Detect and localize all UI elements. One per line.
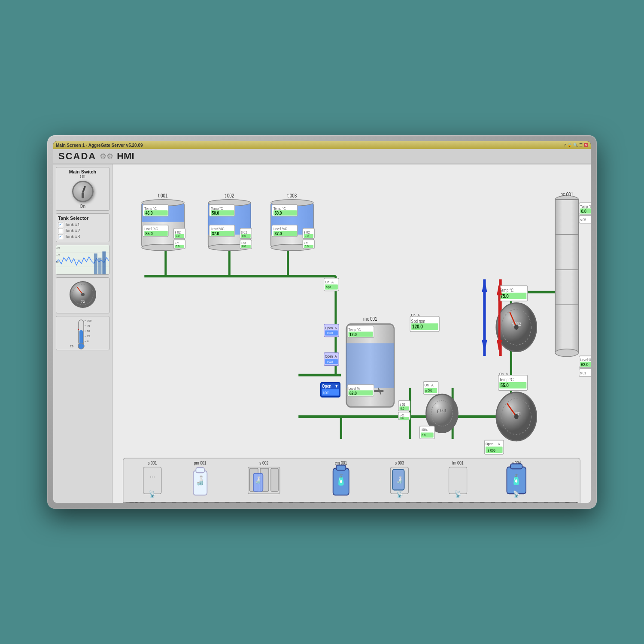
svg-text:0.0: 0.0 bbox=[242, 234, 246, 238]
svg-rect-4 bbox=[94, 253, 97, 274]
tank3-label: Tank #3 bbox=[65, 234, 80, 239]
svg-text:□□: □□ bbox=[150, 475, 154, 480]
svg-text:s 02: s 02 bbox=[304, 230, 310, 234]
svg-text:s 003: s 003 bbox=[395, 460, 404, 465]
svg-text:50: 50 bbox=[87, 330, 90, 332]
svg-text:Temp °C: Temp °C bbox=[273, 207, 286, 211]
svg-text:0.0: 0.0 bbox=[581, 209, 586, 214]
icon2[interactable]: 🔍 bbox=[573, 143, 578, 147]
close-button[interactable]: ✕ bbox=[584, 143, 588, 147]
left-sidebar: Main Switch Off On Tank Selector ✓ Tank … bbox=[53, 164, 112, 503]
svg-text:Temp °C: Temp °C bbox=[144, 207, 157, 211]
tank3-checkbox[interactable]: ✓ bbox=[58, 234, 63, 239]
hmi-label: HMI bbox=[117, 151, 134, 162]
svg-rect-232 bbox=[196, 468, 204, 473]
svg-text:A: A bbox=[431, 383, 434, 388]
svg-text:🍶: 🍶 bbox=[396, 476, 403, 484]
titlebar-icons: ? 🔒 🔍 ☰ ✕ bbox=[564, 143, 588, 147]
svg-text:Level %: Level % bbox=[580, 358, 591, 362]
svg-text:mx 001: mx 001 bbox=[363, 316, 377, 322]
svg-text:50.0: 50.0 bbox=[275, 211, 282, 216]
svg-text:p 001: p 001 bbox=[425, 389, 432, 393]
svg-text:A: A bbox=[506, 372, 508, 376]
sidebar-gauge: 72 bbox=[68, 279, 98, 310]
main-switch-section: Main Switch Off On bbox=[56, 167, 109, 211]
monitor-screen: Main Screen 1 - AggreGate Server v5.20.0… bbox=[53, 141, 591, 503]
svg-text:72: 72 bbox=[81, 300, 85, 304]
svg-text:📡: 📡 bbox=[396, 490, 403, 498]
tank2-option[interactable]: Tank #2 bbox=[58, 228, 107, 233]
svg-text:📡: 📡 bbox=[513, 490, 520, 498]
svg-text:0.0: 0.0 bbox=[176, 234, 179, 238]
svg-text:Open: Open bbox=[325, 326, 333, 330]
svg-text:Open: Open bbox=[325, 355, 333, 359]
svg-text:50.0: 50.0 bbox=[212, 211, 219, 216]
window-title: Main Screen 1 - AggreGate Server v5.20.0… bbox=[56, 143, 564, 148]
svg-text:t 001: t 001 bbox=[158, 193, 168, 198]
svg-text:Temp °C: Temp °C bbox=[349, 328, 361, 332]
switch-off-label: Off bbox=[58, 174, 107, 179]
svg-text:🍶: 🍶 bbox=[255, 476, 261, 484]
svg-text:t 002: t 002 bbox=[225, 193, 234, 198]
scada-header: SCADA ⚙⚙ HMI bbox=[53, 149, 591, 164]
svg-text:p 001: p 001 bbox=[437, 408, 447, 413]
svg-text:Temp °C: Temp °C bbox=[499, 288, 513, 293]
svg-text:s 05: s 05 bbox=[580, 218, 586, 222]
svg-text:🍶: 🍶 bbox=[195, 475, 205, 486]
svg-text:100: 100 bbox=[87, 319, 92, 322]
svg-point-198 bbox=[555, 349, 578, 357]
svg-text:pm 001: pm 001 bbox=[194, 460, 207, 465]
svg-text:Level %C: Level %C bbox=[211, 227, 225, 231]
svg-text:Spd rpm: Spd rpm bbox=[411, 319, 425, 324]
svg-text:0.0: 0.0 bbox=[305, 234, 309, 238]
process-area: t 001 Temp °C 46.0 Level %C 85.0 s 0 bbox=[112, 164, 591, 503]
svg-text:85.0: 85.0 bbox=[146, 231, 153, 236]
svg-text:0: 0 bbox=[87, 340, 89, 343]
svg-text:▼: ▼ bbox=[334, 384, 338, 389]
svg-rect-5 bbox=[98, 258, 102, 274]
svg-text:12.0: 12.0 bbox=[349, 332, 357, 337]
tank1-checkbox[interactable]: ✓ bbox=[58, 222, 63, 227]
switch-on-label: On bbox=[58, 204, 107, 209]
svg-text:37.0: 37.0 bbox=[212, 231, 219, 236]
svg-text:Level %C: Level %C bbox=[144, 227, 158, 231]
svg-text:s 02: s 02 bbox=[399, 402, 405, 407]
svg-text:A: A bbox=[334, 326, 337, 330]
svg-text:i 001: i 001 bbox=[323, 391, 330, 395]
svg-text:62.0: 62.0 bbox=[349, 391, 357, 396]
tank1-option[interactable]: ✓ Tank #1 bbox=[58, 222, 107, 227]
svg-text:t 003: t 003 bbox=[287, 193, 297, 198]
icon3[interactable]: ☰ bbox=[579, 143, 583, 147]
svg-point-13 bbox=[81, 293, 85, 296]
svg-text:On: On bbox=[499, 372, 504, 376]
svg-text:37.0: 37.0 bbox=[275, 231, 282, 236]
svg-text:0.0: 0.0 bbox=[401, 417, 404, 420]
svg-text:25: 25 bbox=[87, 335, 90, 337]
scada-content: SCADA ⚙⚙ HMI Main Switch Off On bbox=[53, 149, 591, 503]
svg-text:📡: 📡 bbox=[149, 490, 156, 498]
svg-text:29: 29 bbox=[70, 345, 73, 348]
help-icon[interactable]: ? bbox=[564, 143, 566, 147]
svg-text:On: On bbox=[325, 280, 329, 284]
svg-text:i 004: i 004 bbox=[421, 428, 428, 432]
svg-text:120: 120 bbox=[56, 254, 60, 256]
tank1-label: Tank #1 bbox=[65, 222, 80, 227]
svg-rect-243 bbox=[336, 465, 346, 470]
svg-rect-197 bbox=[555, 200, 578, 353]
svg-text:120.0: 120.0 bbox=[412, 324, 423, 329]
svg-text:Temp °C: Temp °C bbox=[580, 204, 591, 209]
svg-text:s 02: s 02 bbox=[241, 230, 247, 234]
svg-text:pc 001: pc 001 bbox=[560, 191, 573, 197]
svg-text:Open: Open bbox=[322, 384, 331, 389]
svg-rect-227 bbox=[143, 467, 161, 494]
tank2-checkbox[interactable] bbox=[58, 228, 63, 233]
main-switch-knob[interactable] bbox=[72, 181, 94, 202]
icon1[interactable]: 🔒 bbox=[567, 143, 572, 147]
svg-text:60: 60 bbox=[56, 261, 59, 263]
svg-text:0.0: 0.0 bbox=[176, 245, 179, 248]
svg-text:s 001: s 001 bbox=[148, 460, 157, 465]
svg-text:On: On bbox=[411, 313, 416, 317]
tank3-option[interactable]: ✓ Tank #3 bbox=[58, 234, 107, 239]
svg-text:🧴: 🧴 bbox=[336, 474, 346, 486]
svg-text:lm 001: lm 001 bbox=[453, 460, 464, 465]
